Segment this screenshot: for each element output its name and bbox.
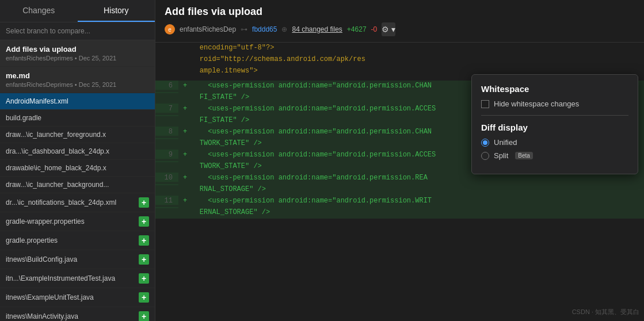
- split-label: Split: [494, 151, 508, 160]
- popup-divider: [481, 115, 628, 116]
- code-line-11: 11 + <uses-permission android:name="andr…: [155, 196, 644, 207]
- file-name-9: itnews\BuildConfig.java: [6, 255, 135, 263]
- settings-button[interactable]: ⚙ ▾: [382, 22, 395, 36]
- additions-count: +4627: [347, 25, 367, 33]
- line-num: [155, 66, 178, 67]
- file-item-5[interactable]: draw...\ic_launcher_background...: [0, 177, 155, 193]
- meta-sep-1: ⊶: [241, 25, 247, 33]
- deletions-count: -0: [371, 25, 378, 33]
- added-badge-12: +: [139, 311, 149, 321]
- commit-title: Add files via upload: [6, 45, 149, 54]
- file-item-9[interactable]: itnews\BuildConfig.java +: [0, 250, 155, 269]
- file-name-12: itnews\MainActivity.java: [6, 312, 135, 320]
- split-radio[interactable]: [481, 152, 489, 160]
- commit-author: enfantsRichesDeprimes • Dec 25, 2021: [6, 55, 149, 62]
- commit-item-me[interactable]: me.md enfantsRichesDeprimes • Dec 25, 20…: [0, 67, 155, 93]
- file-item-7[interactable]: gradle-wrapper.properties +: [0, 212, 155, 231]
- line-num-8b: [155, 138, 178, 139]
- file-name-2: draw...\ic_launcher_foreground.x: [6, 131, 149, 139]
- sidebar-tabs: Changes History: [0, 0, 155, 22]
- line-content-10b: RNAL_STORAGE" />: [178, 184, 644, 194]
- line-num-6: 6: [155, 81, 178, 90]
- beta-badge: Beta: [515, 152, 533, 159]
- code-line-11b: ERNAL_STORAGE" />: [155, 207, 644, 219]
- line-num: [155, 54, 178, 55]
- changed-files-link[interactable]: 84 changed files: [292, 25, 342, 33]
- line-num-7b: [155, 115, 178, 116]
- unified-label: Unified: [494, 138, 517, 147]
- commit-title-2: me.md: [6, 71, 149, 80]
- whitespace-title: Whitespace: [481, 84, 628, 94]
- line-num-8: 8: [155, 127, 178, 136]
- added-badge-11: +: [139, 292, 149, 303]
- line-content-11b: ERNAL_STORAGE" />: [178, 207, 644, 217]
- code-line-header2: roid="http://schemas.android.com/apk/res: [155, 54, 644, 66]
- hide-whitespace-checkbox[interactable]: [481, 100, 489, 108]
- branch-select[interactable]: Select branch to compare...: [0, 22, 155, 40]
- avatar: e: [165, 24, 175, 35]
- line-content: encoding="utf-8"?>: [178, 43, 644, 53]
- line-num-11: 11: [155, 196, 178, 205]
- watermark: CSDN · 知其黑、受其白: [572, 308, 639, 316]
- hide-whitespace-label: Hide whitespace changes: [494, 100, 579, 108]
- hide-whitespace-option[interactable]: Hide whitespace changes: [481, 100, 628, 108]
- file-item-11[interactable]: itnews\ExampleUnitTest.java +: [0, 288, 155, 307]
- code-line-10: 10 + <uses-permission android:name="andr…: [155, 173, 644, 184]
- file-item-6[interactable]: dr...\ic_notifications_black_24dp.xml +: [0, 193, 155, 212]
- split-option[interactable]: Split Beta: [481, 151, 628, 160]
- page-title: Add files via upload: [165, 6, 635, 18]
- line-num-10: 10: [155, 173, 178, 182]
- file-item-4[interactable]: drawable\ic_home_black_24dp.x: [0, 160, 155, 177]
- commit-author-name: enfantsRichesDep: [180, 25, 236, 33]
- file-name-7: gradle-wrapper.properties: [6, 217, 135, 226]
- settings-popup: Whitespace Hide whitespace changes Diff …: [471, 74, 638, 174]
- line-num-10b: [155, 184, 178, 185]
- file-name-1: build.gradle: [6, 114, 149, 122]
- file-name-4: drawable\ic_home_black_24dp.x: [6, 164, 149, 172]
- file-item-10[interactable]: itn...\ExampleInstrumentedTest.java +: [0, 269, 155, 288]
- commit-meta: e enfantsRichesDep ⊶ fbddd65 ⊕ 84 change…: [165, 22, 635, 36]
- line-num-7: 7: [155, 104, 178, 113]
- file-item-3[interactable]: dra...\ic_dashboard_black_24dp.x: [0, 143, 155, 160]
- code-line-10b: RNAL_STORAGE" />: [155, 184, 644, 196]
- line-num-9: 9: [155, 150, 178, 159]
- file-name-11: itnews\ExampleUnitTest.java: [6, 293, 135, 301]
- file-item-2[interactable]: draw...\ic_launcher_foreground.x: [0, 127, 155, 143]
- added-badge-7: +: [139, 216, 149, 227]
- code-line-header1: encoding="utf-8"?>: [155, 43, 644, 54]
- meta-sep-2: ⊕: [281, 25, 287, 33]
- main-header: Add files via upload e enfantsRichesDep …: [155, 0, 644, 43]
- diff-display-title: Diff display: [481, 123, 628, 132]
- line-num-9b: [155, 161, 178, 162]
- added-badge-8: +: [139, 235, 149, 246]
- file-item-0[interactable]: AndroidManifest.xml: [0, 93, 155, 110]
- file-list: AndroidManifest.xml build.gradle draw...…: [0, 93, 155, 321]
- file-name-8: gradle.properties: [6, 236, 135, 244]
- file-name-5: draw...\ic_launcher_background...: [6, 181, 149, 189]
- added-badge-6: +: [139, 197, 149, 208]
- sidebar: Changes History Select branch to compare…: [0, 0, 155, 321]
- line-content: roid="http://schemas.android.com/apk/res: [178, 54, 644, 64]
- commit-author-2: enfantsRichesDeprimes • Dec 25, 2021: [6, 81, 149, 88]
- code-wrapper: encoding="utf-8"?> roid="http://schemas.…: [155, 43, 644, 321]
- main-panel: Add files via upload e enfantsRichesDep …: [155, 0, 644, 321]
- commit-hash[interactable]: fbddd65: [252, 25, 277, 33]
- line-content-11: + <uses-permission android:name="android…: [178, 196, 644, 206]
- added-badge-9: +: [139, 254, 149, 265]
- tab-changes[interactable]: Changes: [0, 0, 78, 22]
- unified-option[interactable]: Unified: [481, 138, 628, 147]
- file-item-12[interactable]: itnews\MainActivity.java +: [0, 307, 155, 321]
- added-badge-10: +: [139, 273, 149, 284]
- file-name-6: dr...\ic_notifications_black_24dp.xml: [6, 198, 135, 207]
- tab-history[interactable]: History: [78, 0, 155, 22]
- file-name-3: dra...\ic_dashboard_black_24dp.x: [6, 147, 149, 155]
- unified-radio[interactable]: [481, 139, 489, 147]
- commit-item-upload[interactable]: Add files via upload enfantsRichesDeprim…: [0, 40, 155, 67]
- line-num-6b: [155, 92, 178, 93]
- line-num-11b: [155, 207, 178, 208]
- line-num: [155, 43, 178, 44]
- file-name-10: itn...\ExampleInstrumentedTest.java: [6, 274, 135, 282]
- file-name-0: AndroidManifest.xml: [6, 97, 149, 105]
- file-item-1[interactable]: build.gradle: [0, 110, 155, 127]
- file-item-8[interactable]: gradle.properties +: [0, 231, 155, 250]
